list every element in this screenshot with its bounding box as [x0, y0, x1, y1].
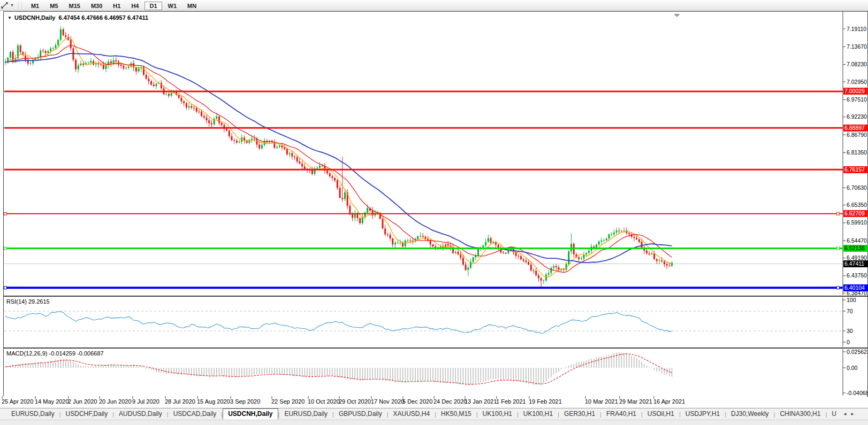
chart-tab-usdchf-1[interactable]: USDCHF,Daily: [61, 409, 113, 419]
rsi-indicator-label: RSI(14) 29.2615: [6, 298, 50, 305]
date-label: 29 Mar 2021: [619, 398, 652, 405]
date-label: 10 Oct 2020: [308, 398, 340, 405]
chart-tab-audusd-2[interactable]: AUDUSD,Daily: [114, 409, 167, 419]
top-toolbar: ▼ M1M5M15M30H1H4D1W1MN: [0, 0, 868, 11]
price-tick-label: 6.43750: [847, 272, 867, 279]
chart-tab-usdcnh-4[interactable]: USDCNH,Daily: [223, 408, 278, 420]
tool-dropdown-icon[interactable]: ▼: [10, 3, 14, 7]
date-label: 9 Jul 2020: [132, 398, 159, 405]
rsi-axis-label-100: 100: [847, 297, 856, 303]
date-label: 10 Mar 2021: [585, 398, 618, 405]
timeframe-button-m30[interactable]: M30: [86, 2, 107, 10]
timeframe-button-h1[interactable]: H1: [108, 2, 125, 10]
chart-tab-xauusd-7[interactable]: XAUUSD,H4: [389, 409, 435, 419]
crosshair-tool-icon[interactable]: [1, 2, 9, 9]
price-badge-6.88897: 6.88897: [843, 125, 868, 132]
chart-tab-dj30-15[interactable]: DJ30,Weekly: [726, 409, 773, 419]
mt4-terminal: { "window": {"width": 1622, "height": 79…: [0, 0, 868, 425]
price-tick-label: 7.13670: [847, 43, 867, 50]
chart-tab-gbpusd-6[interactable]: GBPUSD,Daily: [334, 409, 387, 419]
price-tick-label: 7.19110: [847, 26, 866, 32]
price-tick-label: 6.97510: [847, 96, 867, 103]
main-chart-panel[interactable]: [3, 11, 868, 296]
price-tick-label: 6.70630: [847, 184, 867, 191]
price-tick-label: 6.92230: [847, 113, 867, 120]
chart-tab-ger30-11[interactable]: GER30,H1: [559, 409, 600, 419]
timeframe-button-m1[interactable]: M1: [26, 2, 44, 10]
rsi-panel[interactable]: [3, 296, 868, 348]
timeframe-button-mn[interactable]: MN: [182, 2, 201, 10]
date-label: 5 Dec 2020: [402, 398, 432, 405]
chart-tab-eurusd-5[interactable]: EURUSD,Daily: [279, 409, 332, 419]
tab-scroll-left-icon[interactable]: ◄: [841, 412, 849, 416]
price-badge-6.47411: 6.47411: [843, 260, 868, 267]
date-label: 19 Feb 2021: [529, 398, 562, 405]
price-badge-7.00029: 7.00029: [843, 88, 868, 95]
chart-tab-hk50-8[interactable]: HK50,M15: [436, 409, 476, 419]
chart-tab-usdjpy-14[interactable]: USDJPY,H1: [681, 409, 725, 419]
date-label: 25 Apr 2020: [2, 398, 33, 405]
date-label: 29 Oct 2020: [339, 398, 371, 405]
timeframe-button-group: M1M5M15M30H1H4D1W1MN: [26, 1, 202, 10]
price-badge-6.76157: 6.76157: [843, 166, 868, 173]
chart-tab-usdcad-3[interactable]: USDCAD,Daily: [169, 409, 222, 419]
price-badge-6.52138: 6.52138: [843, 245, 868, 252]
price-badge-6.62709: 6.62709: [843, 210, 868, 217]
macd-indicator-label: MACD(12,26,9) -0.014259 -0.006687: [6, 350, 104, 357]
date-label: 24 Dec 2020: [433, 398, 467, 405]
chart-tab-uk100-9[interactable]: UK100,H1: [478, 409, 517, 419]
chart-title-symbol: USDCNH,Daily: [14, 14, 55, 21]
date-label: 16 Apr 2021: [653, 398, 685, 405]
macd-panel[interactable]: [3, 348, 868, 397]
chart-title-ohlc: 6.47454 6.47666 6.46957 6.47411: [58, 14, 148, 21]
chart-tab-usoil-13[interactable]: USOil,H1: [643, 409, 679, 419]
price-tick-label: 6.59910: [847, 219, 867, 226]
rsi-axis-label-30: 30: [847, 328, 853, 334]
date-label: 17 Nov 2020: [371, 398, 404, 405]
date-label: 15 Aug 2020: [197, 398, 230, 405]
date-label: 2 Jun 2020: [68, 398, 97, 405]
date-label: 3 Sep 2020: [230, 398, 260, 405]
price-tick-label: 7.08230: [847, 61, 867, 67]
date-label: 13 Jan 2021: [465, 398, 497, 405]
timeframe-button-m5[interactable]: M5: [45, 2, 63, 10]
macd-axis-label--0.04068: -0.04068: [847, 390, 868, 396]
price-tick-label: 6.54470: [847, 237, 867, 244]
price-tick-label: 6.65350: [847, 202, 867, 208]
chart-title-collapse-icon[interactable]: ▼: [7, 16, 12, 20]
date-label: 20 Jun 2020: [99, 398, 132, 405]
chart-tab-eurusd-0[interactable]: EURUSD,Daily: [6, 409, 59, 419]
bottom-strip: [0, 420, 868, 425]
chart-tab-uk100-10[interactable]: UK100,H1: [519, 409, 558, 419]
tab-scroll-right-icon[interactable]: ►: [849, 412, 856, 416]
date-label: 22 Sep 2020: [271, 398, 304, 405]
timeframe-button-m15[interactable]: M15: [64, 2, 85, 10]
date-label: 14 May 2020: [35, 398, 69, 405]
timeframe-button-d1[interactable]: D1: [144, 2, 162, 10]
date-label: 28 Jul 2020: [165, 398, 195, 405]
macd-axis-label-0.025623: 0.025623: [847, 349, 868, 355]
macd-axis-label-0.00: 0.00: [847, 365, 857, 371]
rsi-axis-label-70: 70: [847, 308, 853, 314]
rsi-axis-label-0: 0: [847, 339, 850, 345]
price-tick-label: 7.02950: [847, 79, 867, 85]
price-badge-6.40104: 6.40104: [843, 284, 868, 291]
price-tick-label: 6.81350: [847, 149, 867, 156]
chart-tab-overflow[interactable]: U: [827, 409, 841, 419]
chart-title: ▼USDCNH,Daily 6.47454 6.47666 6.46957 6.…: [7, 14, 148, 21]
timeframe-button-h4[interactable]: H4: [126, 2, 143, 10]
price-tick-label: 6.86790: [847, 132, 867, 138]
toolbar-grip[interactable]: [18, 2, 22, 9]
timeframe-button-w1[interactable]: W1: [163, 2, 182, 10]
chart-tab-china300-16[interactable]: CHINA300,H1: [775, 409, 825, 419]
date-label: 1 Feb 2021: [496, 398, 526, 405]
chart-tab-bar: EURUSD,Daily|USDCHF,Daily|AUDUSD,Daily|U…: [0, 408, 868, 420]
chart-tab-fra40-12[interactable]: FRA40,H1: [601, 409, 641, 419]
